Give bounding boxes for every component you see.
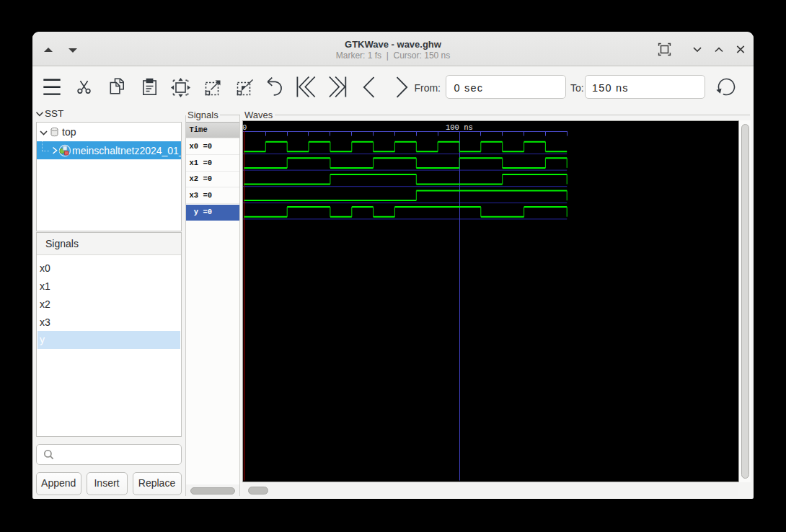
svg-text:0: 0 xyxy=(243,123,247,131)
svg-text:100 ns: 100 ns xyxy=(446,123,473,131)
